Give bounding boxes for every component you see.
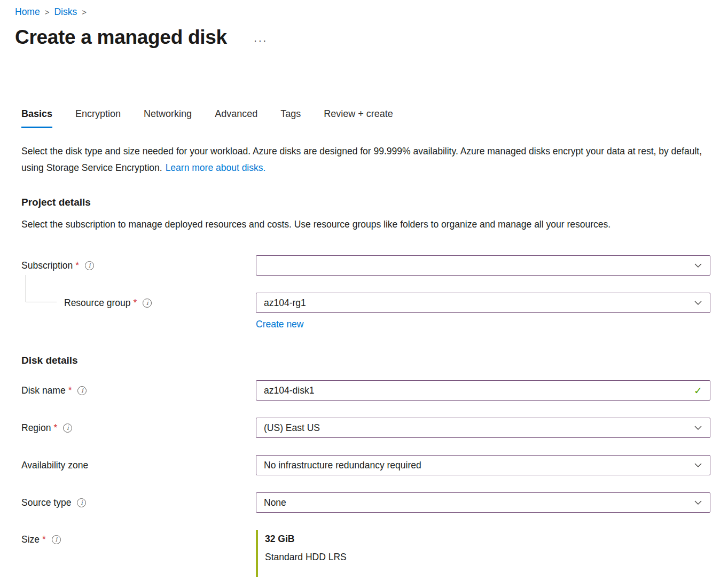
tab-encryption[interactable]: Encryption: [75, 108, 121, 128]
subscription-label: Subscription: [21, 260, 73, 271]
resource-group-label-group: Resource group * i: [21, 297, 256, 309]
disk-name-input[interactable]: [264, 385, 688, 396]
size-field-row: Size * i 32 GiB Standard HDD LRS: [21, 530, 710, 577]
region-label-group: Region * i: [21, 422, 256, 434]
subscription-field-row: Subscription * i: [21, 255, 710, 276]
chevron-down-icon: [694, 299, 702, 307]
info-icon[interactable]: i: [63, 424, 72, 433]
create-new-link[interactable]: Create new: [256, 319, 304, 330]
disk-name-field: ✓: [256, 380, 710, 401]
subscription-dropdown[interactable]: [256, 255, 710, 276]
project-details-description: Select the subscription to manage deploy…: [21, 216, 705, 233]
breadcrumb-separator-icon: >: [82, 7, 87, 17]
size-label: Size: [21, 534, 40, 545]
resource-group-control: az104-rg1: [256, 293, 710, 313]
disk-name-label: Disk name: [21, 385, 66, 396]
size-control: 32 GiB Standard HDD LRS: [256, 530, 710, 577]
info-icon[interactable]: i: [143, 299, 152, 308]
required-marker: *: [68, 385, 72, 396]
required-marker: *: [134, 297, 137, 309]
source-type-label-group: Source type i: [21, 497, 256, 508]
breadcrumb-separator-icon: >: [45, 7, 50, 17]
disk-name-field-row: Disk name * i ✓: [21, 380, 710, 401]
info-icon[interactable]: i: [85, 261, 94, 270]
main-content: Basics Encryption Networking Advanced Ta…: [21, 108, 710, 577]
breadcrumb: Home>Disks>: [15, 5, 710, 19]
tab-review-create[interactable]: Review + create: [324, 108, 393, 128]
resource-group-dropdown[interactable]: az104-rg1: [256, 293, 710, 313]
disk-name-control: ✓: [256, 380, 710, 401]
availability-zone-value: No infrastructure redundancy required: [264, 460, 421, 471]
more-options-button[interactable]: ···: [251, 34, 271, 46]
info-icon[interactable]: i: [77, 386, 87, 395]
required-marker: *: [53, 422, 57, 434]
source-type-value: None: [264, 497, 286, 508]
disk-details-heading: Disk details: [21, 355, 710, 366]
availability-zone-field-row: Availability zone No infrastructure redu…: [21, 455, 710, 475]
create-new-row: Create new: [256, 319, 710, 330]
disk-name-label-group: Disk name * i: [21, 385, 256, 396]
create-managed-disk-page: Home>Disks> Create a managed disk ··· Ba…: [0, 0, 720, 577]
title-row: Create a managed disk ···: [15, 26, 710, 49]
valid-checkmark-icon: ✓: [694, 385, 702, 397]
availability-zone-control: No infrastructure redundancy required: [256, 455, 710, 475]
tab-bar: Basics Encryption Networking Advanced Ta…: [21, 108, 710, 128]
project-details-heading: Project details: [21, 197, 710, 208]
source-type-label: Source type: [21, 497, 71, 508]
availability-zone-label-group: Availability zone: [21, 460, 256, 471]
availability-zone-dropdown[interactable]: No infrastructure redundancy required: [256, 455, 710, 475]
size-summary: 32 GiB Standard HDD LRS: [256, 530, 710, 577]
tab-advanced[interactable]: Advanced: [215, 108, 257, 128]
source-type-dropdown[interactable]: None: [256, 492, 710, 513]
resource-group-field-row: Resource group * i az104-rg1: [21, 293, 710, 313]
resource-group-value: az104-rg1: [264, 297, 306, 309]
learn-more-link[interactable]: Learn more about disks.: [166, 162, 266, 173]
region-label: Region: [21, 422, 51, 434]
size-value: 32 GiB: [265, 534, 710, 545]
intro-text: Select the disk type and size needed for…: [21, 143, 708, 176]
tab-tags[interactable]: Tags: [280, 108, 301, 128]
info-icon[interactable]: i: [52, 535, 61, 544]
required-marker: *: [75, 260, 79, 271]
size-label-group: Size * i: [21, 534, 256, 545]
info-icon[interactable]: i: [77, 498, 86, 507]
intro-text-body: Select the disk type and size needed for…: [21, 146, 702, 173]
resource-group-label: Resource group: [64, 297, 131, 309]
chevron-down-icon: [694, 498, 702, 507]
tab-basics[interactable]: Basics: [21, 108, 52, 128]
size-sku: Standard HDD LRS: [265, 552, 710, 563]
source-type-field-row: Source type i None: [21, 492, 710, 513]
required-marker: *: [42, 534, 46, 545]
chevron-down-icon: [694, 261, 702, 270]
chevron-down-icon: [694, 424, 702, 432]
breadcrumb-home-link[interactable]: Home: [15, 6, 40, 17]
region-value: (US) East US: [264, 422, 320, 434]
page-title: Create a managed disk: [15, 26, 227, 49]
breadcrumb-disks-link[interactable]: Disks: [54, 6, 77, 17]
subscription-label-group: Subscription * i: [21, 260, 256, 271]
region-field-row: Region * i (US) East US: [21, 418, 710, 438]
source-type-control: None: [256, 492, 710, 513]
chevron-down-icon: [694, 461, 702, 469]
subscription-control: [256, 255, 710, 276]
availability-zone-label: Availability zone: [21, 460, 88, 471]
region-control: (US) East US: [256, 418, 710, 438]
tab-networking[interactable]: Networking: [144, 108, 192, 128]
region-dropdown[interactable]: (US) East US: [256, 418, 710, 438]
